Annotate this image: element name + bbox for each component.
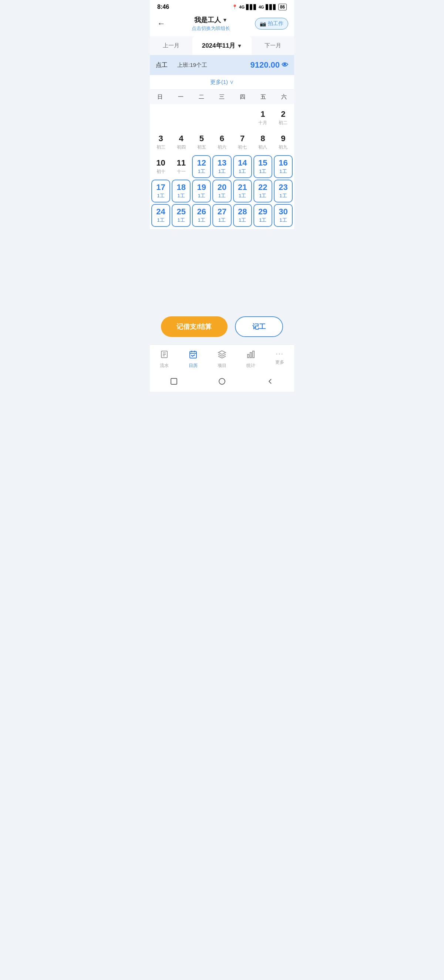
svg-rect-4 bbox=[190, 352, 196, 358]
cal-day-number: 21 bbox=[238, 183, 247, 192]
cal-lunar-label: 初三 bbox=[157, 144, 165, 150]
calendar-cell[interactable]: 8初八 bbox=[254, 131, 272, 154]
calendar-cell[interactable]: 2初二 bbox=[274, 107, 293, 129]
calendar-cell[interactable]: 121工 bbox=[192, 155, 211, 178]
eye-icon[interactable]: 👁 bbox=[281, 61, 288, 69]
nav-label-more: 更多 bbox=[275, 359, 284, 366]
nav-item-ledger[interactable]: 流水 bbox=[150, 348, 179, 371]
prev-month-button[interactable]: 上一月 bbox=[150, 37, 192, 54]
nav-item-calendar[interactable]: 日历 bbox=[179, 348, 208, 371]
calendar-cell[interactable]: 7初七 bbox=[233, 131, 252, 154]
calendar-cell[interactable]: 181工 bbox=[172, 180, 190, 202]
calendar-cell[interactable]: 3初三 bbox=[151, 131, 170, 154]
more-label: 更多(1) bbox=[210, 79, 228, 85]
weekday-sun: 日 bbox=[150, 90, 171, 104]
status-time: 8:46 bbox=[157, 4, 169, 10]
calendar-cell[interactable]: 191工 bbox=[192, 180, 211, 202]
cal-work-label: 1工 bbox=[198, 192, 205, 199]
calendar-cell[interactable]: 171工 bbox=[151, 180, 170, 202]
calendar-cell[interactable]: 6初六 bbox=[212, 131, 231, 154]
header-center: 我是工人 ▼ 点击切换为班组长 bbox=[167, 16, 255, 32]
cal-lunar-label: 初二 bbox=[279, 120, 287, 126]
nav-label-ledger: 流水 bbox=[160, 363, 169, 369]
calendar-cell[interactable]: 131工 bbox=[212, 155, 231, 178]
record-work-button[interactable]: 记工 bbox=[235, 316, 283, 337]
calendar-cell[interactable]: 141工 bbox=[233, 155, 252, 178]
record-payment-button[interactable]: 记借支/结算 bbox=[161, 316, 228, 337]
calendar-cell[interactable]: 271工 bbox=[212, 204, 231, 227]
cal-work-label: 1工 bbox=[259, 217, 267, 224]
calendar-cell[interactable]: 291工 bbox=[254, 204, 272, 227]
signal-bars-2: ▋▋▋ bbox=[266, 5, 277, 10]
cal-lunar-label: 初四 bbox=[177, 144, 186, 150]
ledger-icon bbox=[160, 350, 169, 361]
title-dropdown-arrow[interactable]: ▼ bbox=[222, 17, 228, 23]
calendar-grid: 1十月2初二3初三4初四5初五6初六7初七8初八9初九10初十11十一121工1… bbox=[150, 104, 294, 229]
calendar-cell[interactable]: 10初十 bbox=[151, 155, 170, 178]
calendar-cell[interactable]: 281工 bbox=[233, 204, 252, 227]
weekday-tue: 二 bbox=[191, 90, 212, 104]
calendar-cell[interactable]: 151工 bbox=[254, 155, 272, 178]
cal-day-number: 16 bbox=[279, 159, 287, 167]
cal-work-label: 1工 bbox=[157, 217, 164, 224]
calendar-cell bbox=[212, 107, 231, 129]
nav-label-calendar: 日历 bbox=[189, 363, 198, 369]
month-nav: 上一月 2024年11月 ▼ 下一月 bbox=[150, 36, 294, 55]
weekday-fri: 五 bbox=[253, 90, 274, 104]
calendar-cell[interactable]: 261工 bbox=[192, 204, 211, 227]
weekday-sat: 六 bbox=[273, 90, 294, 104]
nav-item-more[interactable]: ··· 更多 bbox=[265, 348, 294, 371]
calendar-cell[interactable]: 301工 bbox=[274, 204, 293, 227]
cal-work-label: 1工 bbox=[198, 217, 205, 224]
calendar-cell[interactable]: 211工 bbox=[233, 180, 252, 202]
cal-day-number: 17 bbox=[156, 183, 165, 192]
calendar-cell[interactable]: 231工 bbox=[274, 180, 293, 202]
system-square-button[interactable] bbox=[169, 376, 179, 387]
calendar-cell[interactable]: 241工 bbox=[151, 204, 170, 227]
cal-work-label: 1工 bbox=[279, 168, 287, 175]
empty-content-area bbox=[150, 229, 294, 310]
calendar-cell[interactable]: 251工 bbox=[172, 204, 190, 227]
cal-day-number: 6 bbox=[220, 134, 224, 143]
calendar-cell[interactable]: 4初四 bbox=[172, 131, 190, 154]
cal-lunar-label: 初五 bbox=[197, 144, 206, 150]
stats-row: 点工 上班:19个工 9120.00 👁 bbox=[150, 55, 294, 75]
month-dropdown-arrow[interactable]: ▼ bbox=[237, 43, 242, 49]
cal-lunar-label: 十月 bbox=[258, 120, 267, 126]
cal-day-number: 12 bbox=[197, 159, 206, 167]
calendar-cell[interactable]: 5初五 bbox=[192, 131, 211, 154]
photo-button[interactable]: 📷 拍工作 bbox=[255, 18, 288, 30]
calendar-cell[interactable]: 9初九 bbox=[274, 131, 293, 154]
cal-work-label: 1工 bbox=[259, 192, 267, 199]
signal-bars-1: ▋▋▋ bbox=[246, 5, 257, 10]
bottom-nav: 流水 日历 项目 bbox=[150, 344, 294, 372]
cal-lunar-label: 初十 bbox=[157, 169, 165, 175]
system-circle-button[interactable] bbox=[217, 376, 227, 387]
cal-day-number: 9 bbox=[281, 134, 285, 143]
calendar-cell[interactable]: 161工 bbox=[274, 155, 293, 178]
cal-day-number: 30 bbox=[279, 207, 287, 216]
calendar-cell[interactable]: 11十一 bbox=[172, 155, 190, 178]
more-row[interactable]: 更多(1) ∨ bbox=[150, 75, 294, 89]
cal-lunar-label: 初六 bbox=[217, 144, 227, 150]
header-subtitle[interactable]: 点击切换为班组长 bbox=[167, 25, 255, 32]
current-month[interactable]: 2024年11月 ▼ bbox=[192, 36, 252, 55]
calendar-cell[interactable]: 221工 bbox=[254, 180, 272, 202]
cal-day-number: 25 bbox=[176, 207, 185, 216]
cal-work-label: 1工 bbox=[239, 192, 246, 199]
svg-point-13 bbox=[219, 379, 225, 384]
stats-icon bbox=[246, 350, 255, 361]
calendar-cell[interactable]: 201工 bbox=[212, 180, 231, 202]
system-back-button[interactable] bbox=[265, 376, 275, 387]
cal-day-number: 4 bbox=[179, 134, 184, 143]
back-button[interactable]: ← bbox=[156, 18, 167, 30]
nav-label-stats: 统计 bbox=[246, 363, 255, 369]
calendar-cell[interactable]: 1十月 bbox=[254, 107, 272, 129]
nav-item-project[interactable]: 项目 bbox=[208, 348, 236, 371]
stats-amount: 9120.00 👁 bbox=[250, 60, 288, 70]
next-month-button[interactable]: 下一月 bbox=[252, 37, 294, 54]
calendar-cell bbox=[151, 107, 170, 129]
svg-marker-8 bbox=[218, 351, 226, 355]
nav-item-stats[interactable]: 统计 bbox=[236, 348, 265, 371]
cal-day-number: 2 bbox=[281, 110, 285, 119]
